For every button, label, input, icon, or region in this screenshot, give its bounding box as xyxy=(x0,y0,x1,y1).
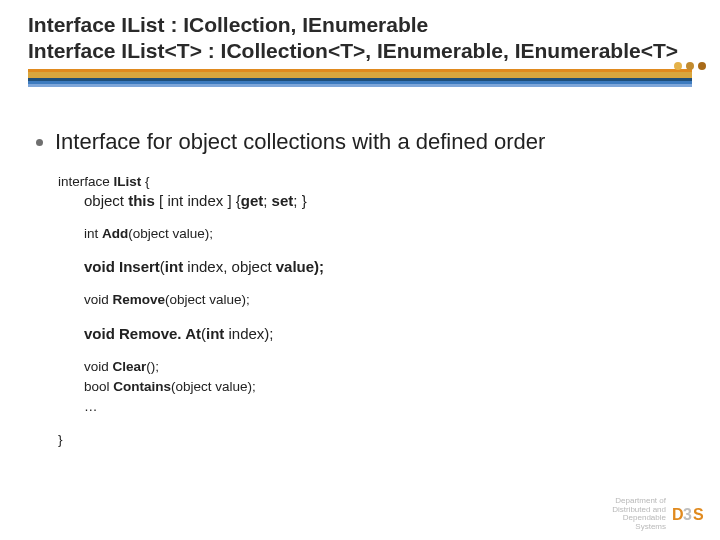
title-underline-rules xyxy=(28,69,692,87)
code-clear: void Clear(); xyxy=(84,358,692,376)
code-add: int Add(object value); xyxy=(84,225,692,243)
d3s-logo-icon: D 3 S xyxy=(672,502,708,526)
dot-1 xyxy=(674,62,682,70)
code-indexer: object this [ int index ] {get; set; } xyxy=(84,191,692,211)
title-line-2: Interface IList<T> : ICollection<T>, IEn… xyxy=(28,38,692,64)
code-close: } xyxy=(58,431,692,449)
svg-text:S: S xyxy=(693,506,704,523)
bullet-row: Interface for object collections with a … xyxy=(36,129,692,155)
dot-2 xyxy=(686,62,694,70)
svg-text:3: 3 xyxy=(683,506,692,523)
rule-blue-light xyxy=(28,84,692,87)
bullet-dot-icon xyxy=(36,139,43,146)
code-block: interface IList { object this [ int inde… xyxy=(58,173,692,449)
footer-text: Department of Distributed and Dependable… xyxy=(612,497,666,532)
decorative-dots xyxy=(674,62,706,70)
footer-line-4: Systems xyxy=(612,523,666,532)
code-ellipsis: … xyxy=(84,398,692,416)
dot-3 xyxy=(698,62,706,70)
footer: Department of Distributed and Dependable… xyxy=(612,497,708,532)
content-area: Interface for object collections with a … xyxy=(28,129,692,449)
code-contains: bool Contains(object value); xyxy=(84,378,692,396)
code-insert: void Insert(int index, object value); xyxy=(84,257,692,277)
code-open: interface IList { xyxy=(58,173,692,191)
title-block: Interface IList : ICollection, IEnumerab… xyxy=(28,12,692,65)
bullet-text: Interface for object collections with a … xyxy=(55,129,545,155)
slide-container: Interface IList : ICollection, IEnumerab… xyxy=(0,0,720,449)
title-line-1: Interface IList : ICollection, IEnumerab… xyxy=(28,12,692,38)
code-remove: void Remove(object value); xyxy=(84,291,692,309)
code-removeat: void Remove. At(int index); xyxy=(84,324,692,344)
svg-text:D: D xyxy=(672,506,684,523)
